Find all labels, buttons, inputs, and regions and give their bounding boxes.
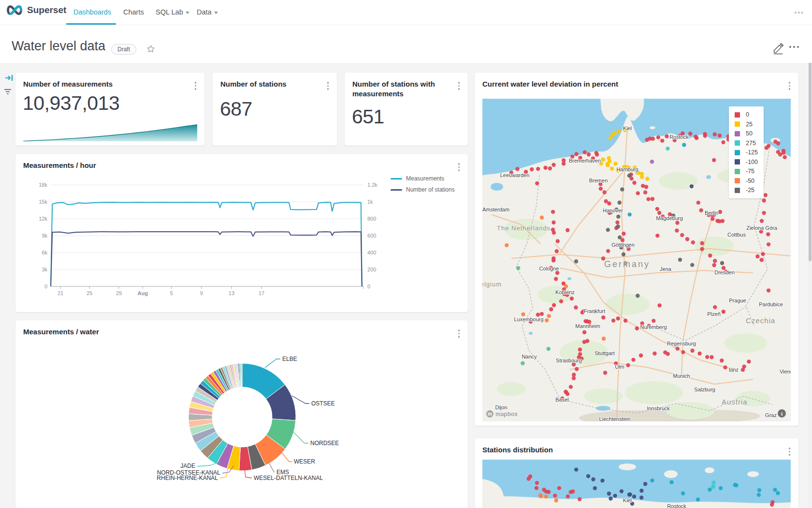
- map-legend-item: 50: [735, 130, 758, 137]
- city-label: Rostock: [669, 134, 689, 140]
- svg-text:NORDSEE: NORDSEE: [310, 440, 339, 447]
- nav-tab-sql-lab[interactable]: SQL Lab: [156, 0, 189, 24]
- city-label: Berlin: [705, 210, 718, 216]
- city-label: Rostock: [667, 503, 686, 508]
- svg-text:200: 200: [367, 267, 376, 272]
- city-label: Hanover: [603, 208, 623, 213]
- chevron-down-icon: [186, 12, 189, 14]
- nav-tab-dashboards[interactable]: Dashboards: [73, 0, 111, 24]
- map-legend-item: 0: [735, 111, 758, 118]
- germany-deviation-map[interactable]: The NetherlandsGermanyBelgiumCzechiaAust…: [482, 99, 791, 421]
- city-label: Mannheim: [575, 323, 600, 329]
- svg-text:15k: 15k: [39, 199, 47, 205]
- city-label: Graz: [765, 412, 777, 418]
- svg-text:NORD-OSTSEE-KANAL: NORD-OSTSEE-KANAL: [157, 469, 221, 476]
- city-label: Göttingen: [611, 242, 635, 248]
- kpi-card-measurements: Number of measurements 10,937,013: [15, 73, 204, 146]
- kpi-card-stations: Number of stations 687: [213, 73, 337, 146]
- nav-tab-data[interactable]: Data: [197, 0, 218, 24]
- svg-text:1k: 1k: [367, 199, 373, 205]
- map-info-icon[interactable]: i: [778, 409, 786, 418]
- country-label: Germany: [604, 259, 650, 269]
- nav-overflow-icon[interactable]: •••: [794, 9, 804, 16]
- edit-pencil-icon[interactable]: [772, 42, 784, 55]
- city-label: Leeuwarden: [500, 172, 530, 178]
- country-label: The Netherlands: [497, 224, 551, 232]
- city-label: Stuttgart: [594, 350, 615, 356]
- country-label: Belgium: [482, 281, 502, 288]
- city-label: Dresden: [714, 269, 735, 275]
- page-title: Water level data: [12, 39, 105, 54]
- svg-text:1.2k: 1.2k: [367, 182, 377, 188]
- city-label: Kiel: [623, 497, 632, 503]
- measurements-water-card: Measurements / water ELBEOSTSEENORDSEEWE…: [15, 320, 468, 508]
- favorite-star-icon[interactable]: [146, 44, 156, 54]
- kebab-menu-icon[interactable]: [326, 80, 331, 91]
- map-legend-item: -100: [735, 159, 758, 165]
- city-label: Nancy: [522, 354, 536, 359]
- city-label: Vienna: [780, 369, 791, 374]
- svg-text:OSTSEE: OSTSEE: [311, 400, 335, 407]
- deviation-map-card: Current water level deviation in percent: [475, 73, 798, 426]
- city-label: Cottbus: [727, 232, 746, 238]
- map-legend-item: -25: [735, 187, 758, 194]
- map-legend-item: -75: [735, 168, 758, 175]
- city-label: Magdeburg: [656, 215, 683, 221]
- map-legend: 02550275-125-100-75-50-25: [729, 106, 764, 198]
- svg-text:WESER: WESER: [294, 458, 315, 465]
- svg-text:18k: 18k: [39, 182, 47, 188]
- legend-item[interactable]: Measurements: [391, 175, 455, 182]
- svg-text:Aug: Aug: [138, 290, 148, 296]
- city-label: Ulm: [615, 364, 624, 370]
- svg-text:400: 400: [367, 250, 376, 255]
- svg-text:6k: 6k: [42, 250, 47, 255]
- kpi-value: 10,937,013: [23, 92, 119, 115]
- city-label: Koblenz: [555, 289, 575, 295]
- kebab-menu-icon[interactable]: [193, 80, 198, 91]
- legend-item[interactable]: Number of stations: [391, 186, 455, 193]
- svg-text:25: 25: [87, 290, 92, 296]
- svg-text:17: 17: [259, 290, 264, 296]
- svg-text:12k: 12k: [39, 216, 47, 222]
- chart-legend[interactable]: MeasurementsNumber of stations: [391, 175, 455, 193]
- city-label: Frankfurt: [584, 308, 605, 314]
- city-label: Plzeň: [707, 311, 721, 317]
- active-tab-underline: [66, 23, 116, 25]
- city-label: Amsterdam: [482, 207, 509, 212]
- city-label: Munich: [673, 373, 690, 379]
- svg-text:3k: 3k: [42, 267, 47, 272]
- measurements-hour-card: Measurements / hour 003k2006k4009k60012k…: [15, 154, 468, 312]
- svg-text:9k: 9k: [42, 233, 47, 239]
- kpi-title: Number of stations: [220, 79, 287, 89]
- dashboard-header: Water level data Draft: [0, 25, 812, 63]
- kpi-value: 651: [352, 105, 384, 128]
- kpi-title: Number of measurements: [23, 79, 113, 89]
- city-label: Liechtenstein: [599, 416, 631, 421]
- nav-tab-charts[interactable]: Charts: [123, 0, 144, 24]
- dashboard-menu-icon[interactable]: [789, 46, 799, 48]
- superset-infinity-icon: [6, 4, 23, 16]
- svg-text:13: 13: [229, 290, 234, 296]
- top-navbar: Superset Dashboards Charts SQL Lab Data …: [0, 0, 812, 25]
- kebab-menu-icon[interactable]: [787, 446, 792, 457]
- city-label: Kiel: [623, 125, 632, 131]
- svg-text:JADE: JADE: [180, 463, 195, 469]
- kpi-value: 687: [220, 98, 252, 120]
- donut-chart: ELBEOSTSEENORDSEEWESEREMSWESEL-DATTELN-K…: [15, 338, 468, 508]
- svg-text:ELBE: ELBE: [282, 356, 297, 362]
- kebab-menu-icon[interactable]: [457, 80, 462, 91]
- scrollbar-track[interactable]: [808, 0, 812, 508]
- draft-badge[interactable]: Draft: [111, 44, 136, 55]
- expand-filter-bar-icon[interactable]: [5, 74, 14, 82]
- mapbox-attribution: m mapbox: [486, 410, 518, 418]
- chart-title: Measurements / water: [23, 327, 99, 337]
- svg-text:800: 800: [367, 216, 376, 222]
- superset-logo[interactable]: Superset: [6, 4, 66, 16]
- map-legend-item: 25: [735, 121, 758, 128]
- city-label: Regensburg: [667, 341, 696, 346]
- stations-map[interactable]: KielRostock: [482, 460, 791, 508]
- filter-icon[interactable]: [3, 87, 12, 96]
- city-label: Linz: [729, 367, 739, 373]
- city-label: Bremen: [589, 178, 608, 183]
- kebab-menu-icon[interactable]: [787, 80, 792, 91]
